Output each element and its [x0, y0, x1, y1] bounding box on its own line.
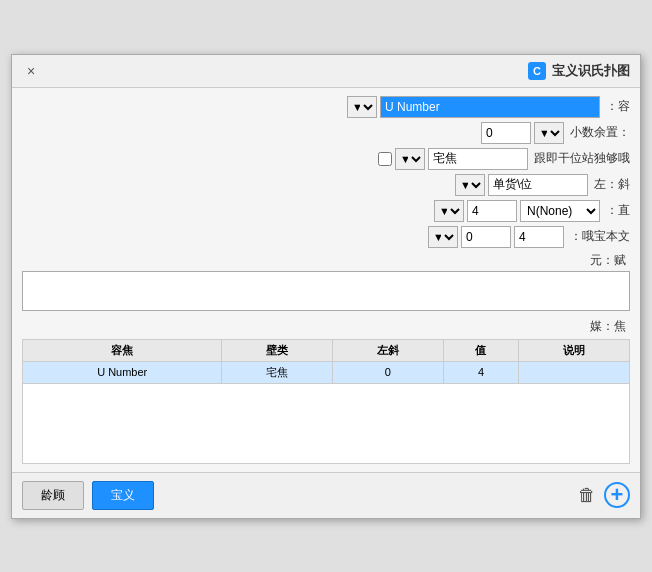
name-dropdown[interactable]: ▼ — [347, 96, 377, 118]
memo-label: 元：赋 — [22, 252, 630, 269]
version-label: 哦宝本文： — [570, 228, 630, 245]
close-button[interactable]: × — [22, 61, 40, 81]
table-section: 容焦 壁类 左斜 值 说明 U Number 宅焦 0 4 — [22, 339, 630, 464]
title-bar-left: C 宝义识氏扑图 — [528, 62, 630, 80]
independent-checkbox[interactable] — [378, 152, 392, 166]
minvalue-group: ▼ — [481, 122, 564, 144]
col-header-name: 容焦 — [23, 339, 222, 361]
col-header-align: 左斜 — [333, 339, 444, 361]
version-dropdown[interactable]: ▼ — [428, 226, 458, 248]
width-label: 直： — [606, 202, 630, 219]
version-group: ▼ — [428, 226, 564, 248]
width-dropdown[interactable]: ▼ — [434, 200, 464, 222]
min-value-input[interactable] — [481, 122, 531, 144]
type-row: ▼ 跟即干位站独够哦 — [22, 148, 630, 170]
width-unit-select[interactable]: N(None) — [520, 200, 600, 222]
table-row[interactable]: U Number 宅焦 0 4 — [23, 361, 630, 383]
cell-align: 0 — [333, 361, 444, 383]
min-dropdown[interactable]: ▼ — [534, 122, 564, 144]
main-dialog: C 宝义识氏扑图 × ▼ 容： ▼ ：小数余置 — [11, 54, 641, 519]
index-label: 媒：焦 — [22, 318, 630, 335]
dialog-title: 宝义识氏扑图 — [552, 62, 630, 80]
version-input[interactable] — [461, 226, 511, 248]
type-input[interactable] — [428, 148, 528, 170]
width-input[interactable] — [467, 200, 517, 222]
col-header-type: 壁类 — [222, 339, 333, 361]
version-num-input[interactable] — [514, 226, 564, 248]
bottom-bar: 龄顾 宝义 🗑 + — [12, 472, 640, 518]
delete-button[interactable]: 🗑 — [578, 485, 596, 506]
cell-name: U Number — [23, 361, 222, 383]
width-row: ▼ N(None) 直： — [22, 200, 630, 222]
align-input[interactable] — [488, 174, 588, 196]
data-table: 容焦 壁类 左斜 值 说明 U Number 宅焦 0 4 — [22, 339, 630, 464]
title-bar: C 宝义识氏扑图 × — [12, 55, 640, 88]
version-row: ▼ 哦宝本文： — [22, 226, 630, 248]
col-header-value: 值 — [443, 339, 519, 361]
cell-type: 宅焦 — [222, 361, 333, 383]
name-row: ▼ 容： — [22, 96, 630, 118]
align-group: ▼ — [455, 174, 588, 196]
type-group: ▼ — [378, 148, 528, 170]
name-label: 容： — [606, 98, 630, 115]
col-header-desc: 说明 — [519, 339, 630, 361]
minvalue-row: ▼ ：小数余置 — [22, 122, 630, 144]
form-content: ▼ 容： ▼ ：小数余置 ▼ — [12, 88, 640, 472]
table-empty-row — [23, 383, 630, 463]
title-icon: C — [528, 62, 546, 80]
icon-group: 🗑 + — [578, 482, 630, 508]
button-group: 龄顾 宝义 — [22, 481, 154, 510]
name-group: ▼ — [347, 96, 600, 118]
align-row: ▼ 左：斜 — [22, 174, 630, 196]
align-label: 左：斜 — [594, 176, 630, 193]
memo-textarea[interactable] — [22, 271, 630, 311]
minvalue-label: ：小数余置 — [570, 124, 630, 141]
name-input[interactable] — [380, 96, 600, 118]
cell-value: 4 — [443, 361, 519, 383]
add-button[interactable]: + — [604, 482, 630, 508]
type-label: 跟即干位站独够哦 — [534, 150, 630, 167]
type-dropdown[interactable]: ▼ — [395, 148, 425, 170]
align-dropdown[interactable]: ▼ — [455, 174, 485, 196]
cancel-button[interactable]: 龄顾 — [22, 481, 84, 510]
ok-button[interactable]: 宝义 — [92, 481, 154, 510]
cell-desc — [519, 361, 630, 383]
width-group: ▼ N(None) — [434, 200, 600, 222]
